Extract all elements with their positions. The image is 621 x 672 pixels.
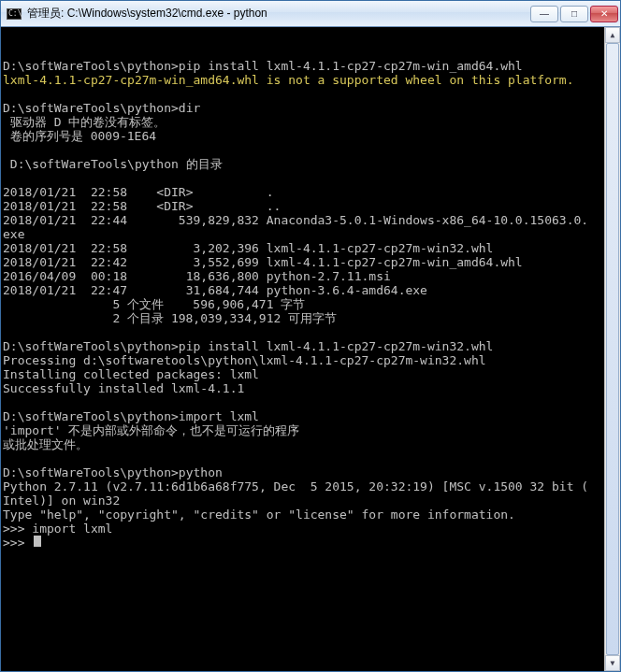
term-line: 2016/04/09 00:18 18,636,800 python-2.7.1… xyxy=(3,269,391,283)
scroll-track[interactable] xyxy=(605,43,620,655)
scroll-up-button[interactable]: ▲ xyxy=(605,27,620,43)
term-line: Processing d:\softwaretools\python\lxml-… xyxy=(3,353,486,367)
prompt-line: >>> xyxy=(3,536,41,550)
term-line: Installing collected packages: lxml xyxy=(3,367,259,381)
term-line: D:\softWareTools\python>dir xyxy=(3,101,200,115)
window-controls: — □ ✕ xyxy=(530,6,618,22)
scroll-down-button[interactable]: ▼ xyxy=(605,655,620,671)
vertical-scrollbar[interactable]: ▲ ▼ xyxy=(604,27,620,671)
term-line: D:\softWareTools\python>pip install lxml… xyxy=(3,59,523,73)
cmd-window: C:\ 管理员: C:\Windows\system32\cmd.exe - p… xyxy=(0,0,621,672)
scroll-thumb[interactable] xyxy=(606,43,619,655)
term-line: 或批处理文件。 xyxy=(3,437,88,451)
minimize-button[interactable]: — xyxy=(530,6,558,22)
term-line: D:\softWareTools\python>pip install lxml… xyxy=(3,339,493,353)
term-line: Python 2.7.11 (v2.7.11:6d1b6a68f775, Dec… xyxy=(3,479,588,493)
term-line: Successfully installed lxml-4.1.1 xyxy=(3,381,244,395)
term-line: 2018/01/21 22:58 3,202,396 lxml-4.1.1-cp… xyxy=(3,241,493,255)
term-line: 5 个文件 596,906,471 字节 xyxy=(3,297,305,311)
terminal[interactable]: D:\softWareTools\python>pip install lxml… xyxy=(1,27,620,671)
term-line-error: lxml-4.1.1-cp27-cp27m-win_amd64.whl is n… xyxy=(3,73,573,87)
term-line: 2018/01/21 22:42 3,552,699 lxml-4.1.1-cp… xyxy=(3,255,523,269)
term-line: 2018/01/21 22:58 <DIR> .. xyxy=(3,199,281,213)
term-line: 卷的序列号是 0009-1E64 xyxy=(3,129,156,143)
titlebar[interactable]: C:\ 管理员: C:\Windows\system32\cmd.exe - p… xyxy=(1,1,620,27)
term-line: 2 个目录 198,039,334,912 可用字节 xyxy=(3,311,337,325)
close-button[interactable]: ✕ xyxy=(590,6,618,22)
term-line: 2018/01/21 22:58 <DIR> . xyxy=(3,185,274,199)
term-line: exe xyxy=(3,227,24,241)
term-line: 2018/01/21 22:44 539,829,832 Anaconda3-5… xyxy=(3,213,588,227)
term-line: 驱动器 D 中的卷没有标签。 xyxy=(3,115,166,129)
cmd-icon: C:\ xyxy=(7,8,22,20)
term-line: >>> import lxml xyxy=(3,522,112,536)
term-line: 'import' 不是内部或外部命令，也不是可运行的程序 xyxy=(3,423,299,437)
term-line: Type "help", "copyright", "credits" or "… xyxy=(3,508,515,522)
window-title: 管理员: C:\Windows\system32\cmd.exe - pytho… xyxy=(27,6,530,21)
cursor-icon xyxy=(34,536,41,547)
term-line: D:\softWareTools\python>python xyxy=(3,465,223,479)
term-line: D:\softWareTools\python>import lxml xyxy=(3,409,259,423)
term-line: D:\softWareTools\python 的目录 xyxy=(3,157,223,171)
term-line: 2018/01/21 22:47 31,684,744 python-3.6.4… xyxy=(3,283,427,297)
term-line: Intel)] on win32 xyxy=(3,493,120,508)
maximize-button[interactable]: □ xyxy=(560,6,588,22)
